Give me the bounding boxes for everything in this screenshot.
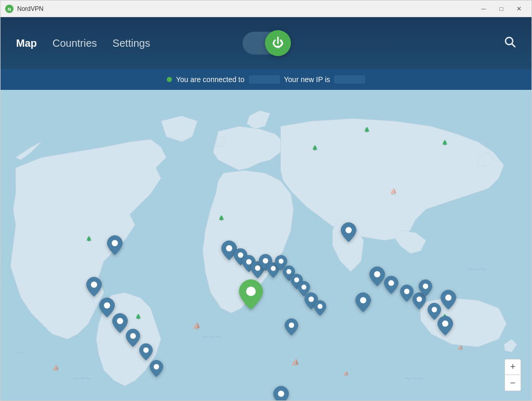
map-container[interactable]: 〜〜〜 〜〜〜 〜〜〜 〜〜〜 〜〜〜 〜〜〜 〜〜 〜〜〜 — [1, 90, 531, 401]
window-controls: ─ □ ✕ — [475, 4, 527, 14]
svg-point-57 — [442, 320, 448, 327]
maximize-button[interactable]: □ — [493, 4, 510, 14]
svg-text:🌲: 🌲 — [364, 126, 370, 133]
svg-text:🌲: 🌲 — [135, 313, 142, 320]
svg-text:〜〜〜: 〜〜〜 — [468, 266, 486, 273]
pin-brazil[interactable] — [150, 360, 163, 379]
svg-point-53 — [404, 289, 409, 294]
svg-point-30 — [130, 333, 136, 339]
header: Map Countries Settings ⏻ — [1, 17, 531, 69]
nav-tabs: Map Countries Settings — [16, 37, 150, 49]
pin-connected[interactable] — [239, 279, 263, 312]
world-map: 〜〜〜 〜〜〜 〜〜〜 〜〜〜 〜〜〜 〜〜〜 〜〜 〜〜〜 — [1, 90, 531, 401]
svg-text:⛵: ⛵ — [457, 344, 464, 351]
tab-settings[interactable]: Settings — [113, 37, 150, 49]
svg-text:🌲: 🌲 — [86, 235, 92, 242]
svg-text:N: N — [8, 7, 11, 12]
pin-sg[interactable] — [400, 285, 414, 304]
svg-text:🌲: 🌲 — [442, 139, 448, 146]
pin-india[interactable] — [355, 292, 371, 314]
svg-point-26 — [112, 240, 118, 246]
svg-text:〜〜〜: 〜〜〜 — [405, 375, 424, 382]
svg-text:〜〜〜: 〜〜〜 — [203, 333, 221, 341]
search-icon — [503, 35, 516, 48]
zoom-controls: + − — [504, 359, 521, 391]
pin-aus[interactable] — [437, 316, 453, 338]
pin-usa-west[interactable] — [86, 277, 102, 299]
svg-point-55 — [432, 307, 437, 312]
svg-point-49 — [345, 227, 352, 233]
power-icon: ⏻ — [272, 37, 284, 49]
svg-text:〜〜: 〜〜 — [16, 350, 26, 356]
pin-japan[interactable] — [384, 276, 398, 296]
pin-israel[interactable] — [314, 300, 326, 318]
svg-point-47 — [317, 304, 322, 309]
pin-nigeria[interactable] — [273, 386, 289, 401]
statusbar: You are connected to Your new IP is — [1, 69, 531, 90]
status-text-prefix: You are connected to — [176, 75, 245, 84]
vpn-toggle-thumb[interactable]: ⏻ — [265, 30, 291, 56]
svg-point-51 — [374, 271, 380, 277]
pin-greece[interactable] — [285, 318, 298, 338]
svg-text:⛵: ⛵ — [291, 358, 300, 367]
app-title: NordVPN — [17, 5, 44, 12]
svg-text:⛵: ⛵ — [343, 370, 350, 377]
pin-south-africa[interactable] — [441, 290, 456, 312]
search-button[interactable] — [503, 35, 516, 51]
power-toggle-container[interactable]: ⏻ — [243, 32, 289, 55]
svg-point-35 — [226, 245, 232, 251]
tab-countries[interactable]: Countries — [52, 37, 97, 49]
titlebar-left: N NordVPN — [5, 4, 44, 14]
svg-point-31 — [143, 347, 149, 353]
pin-canada[interactable] — [107, 235, 123, 257]
svg-point-46 — [309, 297, 314, 302]
server-name-blurred — [249, 75, 280, 84]
svg-point-45 — [289, 323, 294, 328]
pin-hk[interactable] — [369, 266, 385, 288]
svg-text:🌲: 🌲 — [312, 144, 318, 151]
svg-text:🌲: 🌲 — [218, 215, 225, 221]
svg-text:⛵: ⛵ — [52, 364, 60, 372]
svg-point-59 — [445, 295, 451, 301]
svg-point-28 — [104, 302, 110, 309]
pin-russia[interactable] — [341, 222, 356, 244]
app-logo-icon: N — [5, 4, 14, 14]
svg-point-52 — [388, 280, 394, 286]
connection-status-dot — [167, 77, 172, 82]
svg-point-56 — [423, 284, 428, 289]
svg-text:⛵: ⛵ — [390, 188, 397, 195]
titlebar: N NordVPN ─ □ ✕ — [1, 1, 531, 17]
svg-point-32 — [154, 364, 159, 369]
svg-text:⛵: ⛵ — [192, 322, 202, 331]
zoom-out-button[interactable]: − — [505, 375, 521, 391]
vpn-toggle-track[interactable]: ⏻ — [243, 32, 289, 55]
svg-point-41 — [278, 259, 283, 263]
svg-text:〜〜〜: 〜〜〜 — [73, 375, 91, 382]
ip-address-blurred — [334, 75, 365, 84]
svg-line-3 — [512, 44, 515, 47]
svg-point-27 — [91, 282, 97, 288]
svg-point-60 — [246, 287, 256, 296]
svg-point-44 — [301, 285, 306, 289]
svg-point-29 — [117, 318, 123, 324]
svg-point-48 — [278, 391, 284, 397]
svg-point-50 — [360, 297, 366, 303]
status-text-middle: Your new IP is — [284, 75, 330, 84]
pin-taiwan[interactable] — [419, 279, 432, 299]
close-button[interactable]: ✕ — [511, 4, 527, 14]
zoom-in-button[interactable]: + — [505, 359, 521, 375]
pin-mexico[interactable] — [126, 329, 140, 349]
minimize-button[interactable]: ─ — [475, 4, 492, 14]
tab-map[interactable]: Map — [16, 37, 37, 49]
